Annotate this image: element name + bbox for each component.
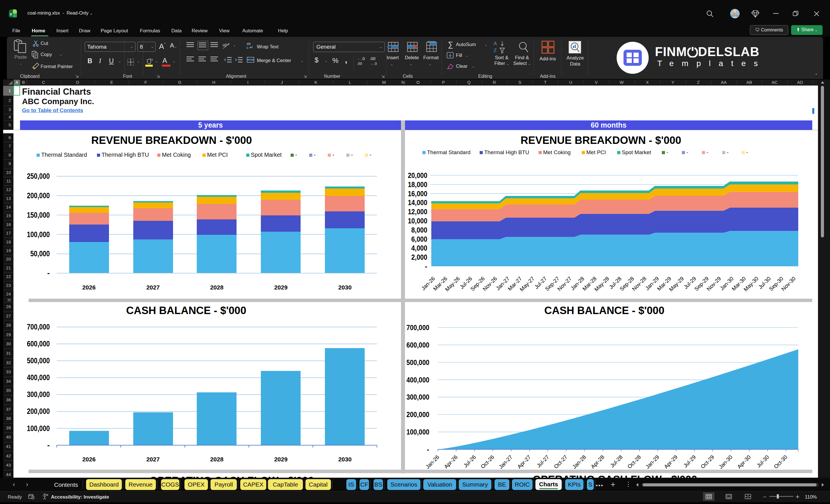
svg-text:-: - [425, 262, 427, 271]
svg-text:4,000: 4,000 [411, 244, 427, 252]
svg-text:400,000: 400,000 [407, 376, 429, 384]
svg-text:-: - [746, 149, 748, 155]
svg-text:Apr-29: Apr-29 [663, 454, 679, 470]
svg-text:Jan-26: Jan-26 [424, 454, 441, 470]
svg-text:Jan-30: Jan-30 [717, 454, 734, 470]
svg-text:Met PCI: Met PCI [207, 152, 228, 158]
svg-text:100,000: 100,000 [407, 428, 429, 436]
svg-text:18,000: 18,000 [408, 180, 427, 189]
svg-text:-: - [427, 445, 429, 454]
svg-text:250,000: 250,000 [27, 172, 50, 181]
svg-text:Thermal Standard: Thermal Standard [41, 152, 87, 158]
svg-text:2030: 2030 [338, 456, 352, 463]
svg-text:Met Coking: Met Coking [543, 149, 571, 155]
svg-text:2029: 2029 [274, 456, 288, 463]
svg-text:Oct-30: Oct-30 [773, 454, 789, 470]
svg-text:Oct-26: Oct-26 [480, 454, 496, 470]
svg-text:12,000: 12,000 [408, 208, 427, 216]
svg-text:-: - [332, 152, 334, 158]
svg-text:2030: 2030 [338, 284, 352, 291]
svg-text:2026: 2026 [83, 456, 96, 463]
svg-text:-: - [370, 152, 372, 158]
svg-text:Oct-27: Oct-27 [553, 454, 569, 470]
svg-text:16,000: 16,000 [408, 189, 427, 198]
svg-text:-: - [314, 152, 316, 158]
svg-text:500,000: 500,000 [407, 358, 429, 367]
svg-text:20,000: 20,000 [408, 171, 427, 180]
svg-text:50,000: 50,000 [30, 249, 50, 258]
svg-text:Jan-28: Jan-28 [571, 454, 587, 470]
svg-text:2027: 2027 [147, 456, 160, 463]
svg-text:Jul-27: Jul-27 [535, 454, 550, 469]
svg-text:100,000: 100,000 [27, 424, 50, 433]
svg-text:Jan-29: Jan-29 [644, 454, 661, 470]
svg-text:-: - [687, 149, 688, 155]
svg-text:Z: Z [493, 48, 497, 53]
svg-text:-: - [295, 152, 297, 158]
svg-text:A: A [493, 41, 497, 46]
svg-text:150,000: 150,000 [27, 211, 50, 219]
svg-text:Oct-29: Oct-29 [700, 454, 715, 470]
svg-text:Met Coking: Met Coking [162, 152, 191, 158]
svg-text:CASH BALANCE - $'000: CASH BALANCE - $'000 [544, 305, 664, 316]
svg-text:Apr-28: Apr-28 [590, 454, 605, 470]
svg-text:Jul-28: Jul-28 [609, 454, 624, 469]
svg-text:REVENUE BREAKDOWN - $'000: REVENUE BREAKDOWN - $'000 [520, 134, 681, 146]
svg-text:REVENUE BREAKDOWN - $'000: REVENUE BREAKDOWN - $'000 [91, 134, 252, 146]
svg-text:Apr-27: Apr-27 [516, 454, 532, 470]
svg-text:-: - [47, 441, 50, 450]
svg-text:Spot Market: Spot Market [622, 149, 651, 155]
svg-text:Thermal High BTU: Thermal High BTU [101, 152, 149, 158]
svg-text:Jul-26: Jul-26 [462, 454, 477, 469]
svg-text:-: - [351, 152, 353, 158]
svg-text:2026: 2026 [83, 284, 96, 291]
svg-text:100,000: 100,000 [27, 230, 50, 239]
svg-text:300,000: 300,000 [27, 390, 50, 399]
svg-text:200,000: 200,000 [407, 410, 429, 419]
svg-text:600,000: 600,000 [27, 340, 50, 348]
svg-text:Jan-27: Jan-27 [498, 454, 514, 470]
svg-text:700,000: 700,000 [407, 323, 429, 332]
svg-text:400,000: 400,000 [27, 373, 50, 382]
svg-text:10,000: 10,000 [408, 217, 427, 225]
svg-text:Apr-26: Apr-26 [443, 454, 459, 470]
svg-text:600,000: 600,000 [407, 341, 429, 349]
svg-text:300,000: 300,000 [407, 393, 429, 401]
svg-text:2027: 2027 [147, 284, 160, 291]
svg-text:-: - [706, 149, 708, 155]
svg-text:-: - [47, 269, 50, 278]
svg-text:6,000: 6,000 [411, 235, 427, 244]
svg-text:ab: ab [247, 41, 251, 46]
svg-text:-: - [666, 149, 668, 155]
svg-text:Apr-30: Apr-30 [736, 454, 752, 470]
svg-text:Jul-29: Jul-29 [682, 454, 697, 469]
svg-text:8,000: 8,000 [411, 226, 427, 234]
svg-text:14,000: 14,000 [408, 198, 427, 207]
svg-text:Thermal High BTU: Thermal High BTU [484, 149, 529, 155]
svg-text:Met PCI: Met PCI [586, 149, 606, 155]
svg-text:700,000: 700,000 [27, 323, 50, 331]
svg-text:c: c [247, 45, 249, 50]
svg-text:Jul-30: Jul-30 [755, 454, 770, 469]
svg-text:Spot Market: Spot Market [251, 152, 282, 158]
svg-text:-: - [727, 149, 729, 155]
svg-text:2028: 2028 [210, 284, 224, 291]
svg-text:2028: 2028 [210, 456, 224, 463]
svg-text:500,000: 500,000 [27, 356, 50, 365]
svg-text:2,000: 2,000 [411, 253, 427, 261]
svg-text:2029: 2029 [274, 284, 288, 291]
svg-text:Thermal Standard: Thermal Standard [427, 149, 471, 155]
svg-text:Oct-28: Oct-28 [626, 454, 642, 470]
svg-text:200,000: 200,000 [27, 407, 50, 416]
svg-text:200,000: 200,000 [27, 191, 50, 200]
svg-text:CASH BALANCE - $'000: CASH BALANCE - $'000 [126, 305, 246, 316]
svg-text:x: x [10, 12, 12, 16]
svg-text:ab: ab [223, 42, 227, 47]
